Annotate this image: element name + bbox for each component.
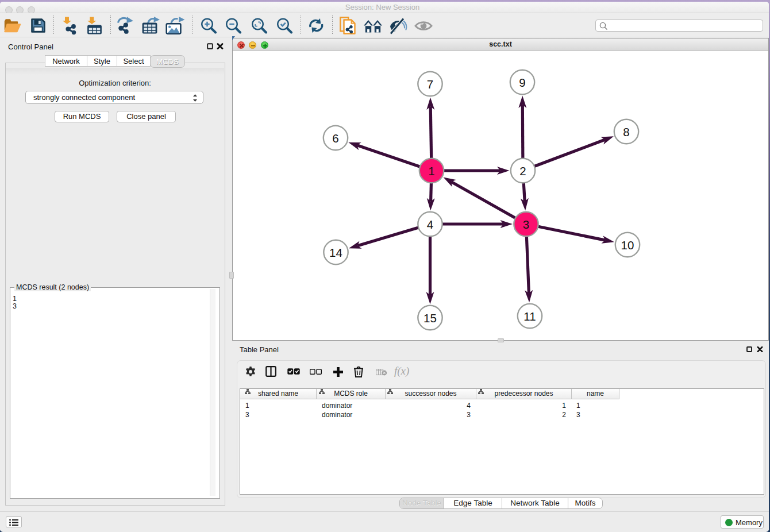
svg-text:15: 15 [424,311,437,325]
svg-text:14: 14 [329,246,342,259]
svg-text:3: 3 [523,218,529,231]
svg-text:1: 1 [428,164,434,178]
svg-text:11: 11 [523,310,536,323]
svg-text:4: 4 [427,218,433,231]
svg-text:9: 9 [519,76,525,89]
svg-text:6: 6 [332,132,338,145]
svg-text:10: 10 [621,238,634,252]
svg-text:2: 2 [519,164,526,178]
svg-text:7: 7 [427,78,433,91]
svg-text:8: 8 [623,125,629,138]
